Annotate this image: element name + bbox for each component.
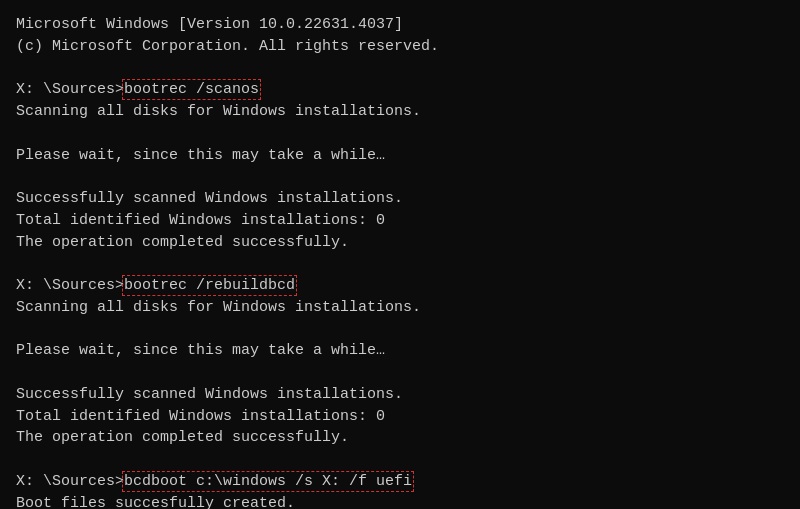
- output-line: Total identified Windows installations: …: [16, 406, 784, 428]
- output-line: (c) Microsoft Corporation. All rights re…: [16, 36, 784, 58]
- empty-line: [16, 253, 784, 275]
- output-line: The operation completed successfully.: [16, 427, 784, 449]
- empty-line: [16, 166, 784, 188]
- command-text[interactable]: bcdboot c:\windows /s X: /f uefi: [124, 473, 412, 490]
- empty-line: [16, 449, 784, 471]
- command-line: X: \Sources>bootrec /scanos: [16, 79, 784, 101]
- output-line: Microsoft Windows [Version 10.0.22631.40…: [16, 14, 784, 36]
- command-text[interactable]: bootrec /rebuildbcd: [124, 277, 295, 294]
- output-line: Scanning all disks for Windows installat…: [16, 101, 784, 123]
- output-line: Total identified Windows installations: …: [16, 210, 784, 232]
- output-line: Boot files succesfully created.: [16, 493, 784, 510]
- empty-line: [16, 123, 784, 145]
- command-text[interactable]: bootrec /scanos: [124, 81, 259, 98]
- empty-line: [16, 362, 784, 384]
- output-line: Please wait, since this may take a while…: [16, 340, 784, 362]
- command-prefix: X: \Sources>: [16, 277, 124, 294]
- terminal-window: Microsoft Windows [Version 10.0.22631.40…: [0, 0, 800, 509]
- output-line: Successfully scanned Windows installatio…: [16, 188, 784, 210]
- command-line: X: \Sources>bcdboot c:\windows /s X: /f …: [16, 471, 784, 493]
- empty-line: [16, 58, 784, 80]
- command-prefix: X: \Sources>: [16, 81, 124, 98]
- output-line: Please wait, since this may take a while…: [16, 145, 784, 167]
- output-line: Successfully scanned Windows installatio…: [16, 384, 784, 406]
- output-line: Scanning all disks for Windows installat…: [16, 297, 784, 319]
- command-prefix: X: \Sources>: [16, 473, 124, 490]
- output-line: The operation completed successfully.: [16, 232, 784, 254]
- command-line: X: \Sources>bootrec /rebuildbcd: [16, 275, 784, 297]
- empty-line: [16, 319, 784, 341]
